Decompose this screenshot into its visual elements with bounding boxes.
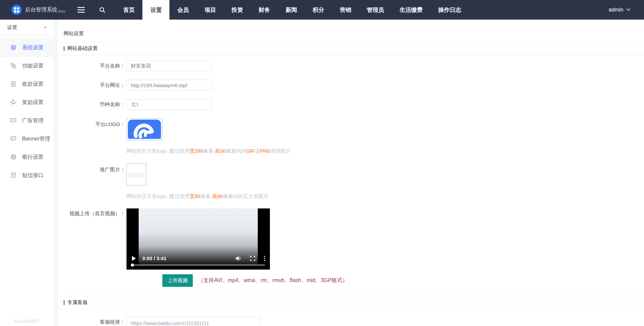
platform-url-label: 平台网址： [64, 80, 125, 91]
nav-item-news[interactable]: 新闻 [278, 0, 305, 20]
menu-toggle-icon[interactable] [70, 0, 92, 20]
nav-item-home[interactable]: 首页 [115, 0, 142, 20]
sidebar-scrollbar[interactable] [54, 20, 58, 326]
gem-icon [10, 99, 17, 106]
nav-item-life-pay[interactable]: 生活缴费 [392, 0, 430, 20]
currency-name-label: 币种名称： [64, 99, 125, 110]
nav-item-settings[interactable]: 设置 [142, 0, 169, 20]
sms-icon: R [10, 172, 17, 179]
hint-segment: 透明图片 [271, 148, 291, 154]
user-name: admin [608, 7, 623, 13]
sidebar: 设置 系统设置功能设置收款设置奖励设置广告管理Banner管理银行设置R短信接口… [0, 20, 54, 326]
form-row: 视频上传（首页视频）： 0:00 / 3:41 [64, 208, 644, 270]
video-progress-handle[interactable] [131, 264, 134, 267]
main-content: 网站设置 网站基础设置 平台名称： 平台网址： 币种名称： [58, 20, 644, 326]
hint-segment: 像素内的正方形图片 [223, 193, 269, 199]
platform-logo-hint: 网站的长方形logo. 建议使用宽280像素-高50像素内的GIF或PNG透明图… [127, 148, 291, 154]
nav-item-op-log[interactable]: 操作日志 [430, 0, 469, 20]
more-options-icon[interactable] [264, 256, 265, 261]
hint-segment: 网站的长方形logo. 建议使用 [127, 148, 190, 154]
nav-item-finance[interactable]: 财务 [251, 0, 278, 20]
hint-segment: 像素- [200, 193, 212, 199]
volume-icon[interactable] [235, 256, 242, 261]
form-row: 币种名称： [64, 99, 644, 110]
sidebar-footer-brand: NIUSHOP [0, 318, 54, 324]
chat-icon [10, 117, 17, 124]
chat-icon [10, 135, 17, 142]
top-navbar: 后台管理系统 beta 首页设置会员项目投资财务新闻积分营销管理员生活缴费操作日… [0, 0, 644, 20]
fullscreen-icon[interactable] [250, 256, 255, 261]
play-button[interactable] [132, 256, 136, 261]
search-icon[interactable] [92, 0, 113, 20]
section-accent-bar [64, 46, 65, 51]
brand-logo-icon [12, 5, 22, 15]
promo-image-placeholder [128, 165, 145, 184]
video-player[interactable]: 0:00 / 3:41 [127, 208, 270, 270]
user-menu[interactable]: admin [608, 0, 630, 20]
form-row: 推广图片： 网站的正方形logo. 建议使用宽80像素-高80像素内的正方形图片 [64, 164, 644, 200]
hint-segment: 或 [254, 148, 259, 154]
currency-name-input[interactable] [127, 99, 212, 110]
section-header-basic: 网站基础设置 [58, 42, 644, 55]
sidebar-item-label: 短信接口 [22, 172, 44, 179]
section-accent-bar [64, 300, 65, 305]
platform-logo-label: 平台LOGO： [64, 118, 125, 154]
main-nav: 首页设置会员项目投资财务新闻积分营销管理员生活缴费操作日志 [115, 0, 469, 20]
nav-item-projects[interactable]: 项目 [197, 0, 224, 20]
nav-item-invest[interactable]: 投资 [224, 0, 251, 20]
hint-segment: 宽80 [190, 193, 201, 199]
form-row: 平台网址： [64, 80, 644, 91]
sidebar-item-banner[interactable]: Banner管理 [0, 130, 54, 148]
promo-image-label: 推广图片： [64, 164, 125, 200]
form-row: 客服链接： https://www.baidu.com1/111311111 [64, 317, 644, 326]
gear-icon [10, 44, 17, 51]
sidebar-item-label: 奖励设置 [22, 99, 44, 106]
hint-segment: PNG [259, 148, 271, 154]
sidebar-group-label: 设置 [7, 24, 17, 31]
section-title: 专属客服 [67, 299, 88, 306]
promo-image-upload[interactable] [127, 164, 146, 185]
nav-item-admins[interactable]: 管理员 [359, 0, 392, 20]
sidebar-item-label: 银行设置 [22, 154, 44, 161]
nav-item-marketing[interactable]: 营销 [332, 0, 359, 20]
brand-title: 后台管理系统 [25, 6, 58, 14]
video-formats-note: （支持AVI、mp4、wma、rm、rmvb、flash、mid、3GP格式） [198, 277, 348, 284]
video-progress-bar[interactable] [131, 265, 265, 266]
sidebar-item-system[interactable]: 系统设置 [0, 39, 54, 57]
sidebar-item-sms[interactable]: R短信接口 [0, 166, 54, 184]
hint-segment: 网站的正方形logo. 建议使用 [127, 193, 190, 199]
platform-name-label: 平台名称： [64, 60, 125, 71]
platform-name-input[interactable] [127, 60, 212, 71]
hint-segment: 宽280 [190, 148, 203, 154]
brand[interactable]: 后台管理系统 beta [0, 0, 65, 20]
sidebar-item-bank[interactable]: 银行设置 [0, 148, 54, 166]
service-link-input[interactable]: https://www.baidu.com1/111311111 [127, 317, 260, 326]
service-section: 专属客服 客服链接： https://www.baidu.com1/111311… [58, 296, 644, 326]
platform-url-input[interactable] [127, 80, 212, 91]
hint-segment: 高80 [212, 193, 223, 199]
hint-segment: 像素- [203, 148, 215, 154]
sidebar-item-feature[interactable]: 功能设置 [0, 57, 54, 75]
page-title: 网站设置 [58, 20, 644, 42]
branch-icon [10, 62, 17, 69]
sidebar-item-payment[interactable]: 收款设置 [0, 75, 54, 93]
service-link-label: 客服链接： [64, 317, 125, 326]
nav-item-members[interactable]: 会员 [169, 0, 197, 20]
doc-icon [10, 81, 17, 87]
sidebar-item-ads[interactable]: 广告管理 [0, 111, 54, 130]
form-row: 平台LOGO： 网站的长方形logo. 建议使用宽280像素-高50像素内的GI… [64, 118, 644, 154]
sidebar-item-label: 收款设置 [22, 81, 44, 88]
platform-logo-upload[interactable] [127, 118, 162, 140]
upload-video-button[interactable]: 上传视频 [162, 274, 193, 287]
sidebar-item-reward[interactable]: 奖励设置 [0, 93, 54, 111]
svg-text:R: R [13, 174, 14, 176]
sidebar-group-settings[interactable]: 设置 [0, 20, 54, 36]
section-title: 网站基础设置 [67, 45, 98, 52]
nav-item-points[interactable]: 积分 [305, 0, 332, 20]
section-header-service: 专属客服 [58, 296, 644, 309]
sidebar-item-label: 系统设置 [22, 44, 44, 51]
platform-logo-image [128, 120, 161, 139]
promo-image-hint: 网站的正方形logo. 建议使用宽80像素-高80像素内的正方形图片 [127, 193, 269, 200]
upload-video-row: 上传视频 （支持AVI、mp4、wma、rm、rmvb、flash、mid、3G… [162, 274, 644, 287]
video-time: 0:00 / 3:41 [142, 256, 166, 261]
